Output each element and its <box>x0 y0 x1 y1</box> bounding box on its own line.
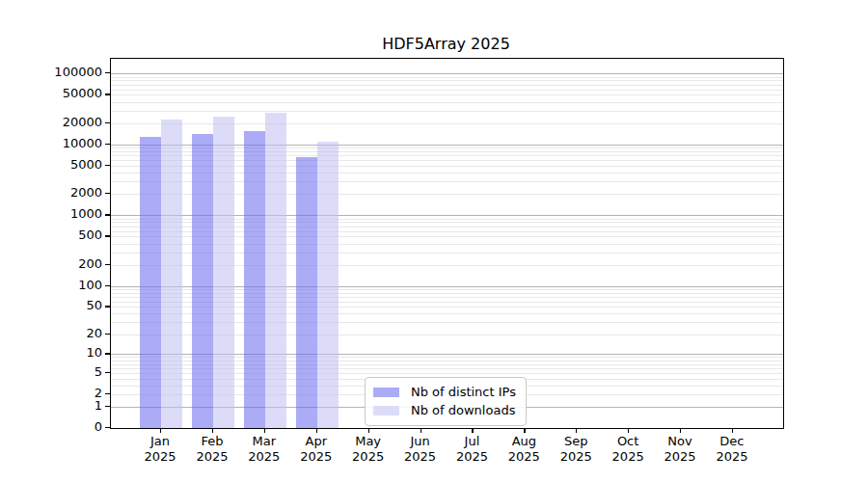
y-tick-mark <box>105 122 110 123</box>
y-tick-mark <box>105 393 110 394</box>
x-tick-label-jun: Jun 2025 <box>404 434 436 465</box>
y-tick-mark <box>105 334 110 335</box>
x-tick-mark <box>628 428 629 433</box>
bar-ips-jan <box>140 137 161 428</box>
legend-label-distinct-ips: Nb of distinct IPs <box>411 385 516 399</box>
x-tick-label-jan: Jan 2025 <box>145 434 176 465</box>
y-tick-label: 500 <box>35 228 102 242</box>
y-tick-label: 2 <box>35 386 102 400</box>
y-tick-mark <box>105 427 110 428</box>
y-tick-label: 20000 <box>35 115 102 129</box>
y-tick-label: 200 <box>35 256 102 271</box>
x-tick-label-aug: Aug 2025 <box>508 434 540 465</box>
y-tick-label: 10000 <box>35 136 102 150</box>
y-tick-mark <box>105 372 110 373</box>
y-tick-label: 100 <box>35 278 102 292</box>
x-tick-label-mar: Mar 2025 <box>248 434 280 465</box>
x-tick-label-dec: Dec 2025 <box>716 434 747 465</box>
gridline-minor <box>111 123 783 124</box>
y-tick-mark <box>105 406 110 407</box>
y-tick-label: 1000 <box>35 206 102 221</box>
y-tick-label: 50 <box>35 298 102 312</box>
y-tick-mark <box>105 353 110 354</box>
x-tick-mark <box>732 428 733 433</box>
x-tick-mark <box>524 428 525 433</box>
bar-ips-mar <box>244 131 265 428</box>
y-tick-mark <box>105 285 110 286</box>
y-tick-label: 20 <box>35 326 102 340</box>
gridline-minor <box>111 80 783 81</box>
gridline-minor <box>111 77 783 78</box>
y-tick-mark <box>105 193 110 194</box>
y-tick-label: 5 <box>35 364 102 379</box>
legend-item-distinct-ips: Nb of distinct IPs <box>373 383 518 401</box>
bar-ips-apr <box>296 157 317 428</box>
bar-downloads-jan <box>161 120 182 428</box>
y-tick-label: 50000 <box>35 86 102 100</box>
gridline-minor <box>111 90 783 91</box>
x-tick-label-apr: Apr 2025 <box>300 434 332 465</box>
y-tick-label: 5000 <box>35 157 102 172</box>
y-tick-mark <box>105 306 110 307</box>
y-tick-label: 2000 <box>35 185 102 200</box>
legend: Nb of distinct IPs Nb of downloads <box>365 377 527 426</box>
x-tick-mark <box>576 428 577 433</box>
x-tick-label-sep: Sep 2025 <box>560 434 592 465</box>
x-tick-label-jul: Jul 2025 <box>456 434 488 465</box>
plot-area <box>110 58 784 429</box>
y-tick-label: 1 <box>35 398 102 413</box>
gridline-minor <box>111 102 783 103</box>
x-tick-label-feb: Feb 2025 <box>196 434 228 465</box>
x-tick-mark <box>680 428 681 433</box>
y-tick-mark <box>105 264 110 265</box>
y-tick-mark <box>105 94 110 94</box>
x-tick-mark <box>160 428 161 433</box>
y-tick-label: 10 <box>35 345 102 360</box>
x-tick-mark <box>368 428 369 433</box>
gridline-major <box>111 73 783 74</box>
bar-downloads-apr <box>317 142 339 428</box>
x-tick-label-nov: Nov 2025 <box>665 434 696 465</box>
y-tick-mark <box>105 235 110 236</box>
y-tick-mark <box>105 72 110 73</box>
legend-label-downloads: Nb of downloads <box>411 403 515 417</box>
x-tick-label-oct: Oct 2025 <box>612 434 644 465</box>
y-tick-mark <box>105 165 110 166</box>
bar-downloads-mar <box>265 113 286 428</box>
gridline-minor <box>111 94 783 95</box>
y-tick-mark <box>105 214 110 215</box>
x-tick-mark <box>420 428 421 433</box>
x-tick-label-may: May 2025 <box>352 434 384 465</box>
x-tick-mark <box>264 428 265 433</box>
y-tick-label: 0 <box>35 419 102 434</box>
bar-downloads-feb <box>213 117 234 428</box>
y-tick-label: 100000 <box>35 65 102 79</box>
bar-ips-feb <box>192 134 213 428</box>
x-tick-mark <box>212 428 213 433</box>
legend-swatch-downloads <box>373 406 399 415</box>
chart-figure: HDF5Array 2025 0125102050100200500100020… <box>0 0 868 482</box>
legend-item-downloads: Nb of downloads <box>373 401 518 419</box>
legend-swatch-distinct-ips <box>373 388 399 397</box>
gridline-minor <box>111 85 783 86</box>
chart-title: HDF5Array 2025 <box>110 35 782 53</box>
x-tick-mark <box>316 428 317 433</box>
gridline-minor <box>111 111 783 112</box>
x-tick-mark <box>472 428 473 433</box>
y-tick-mark <box>105 144 110 145</box>
